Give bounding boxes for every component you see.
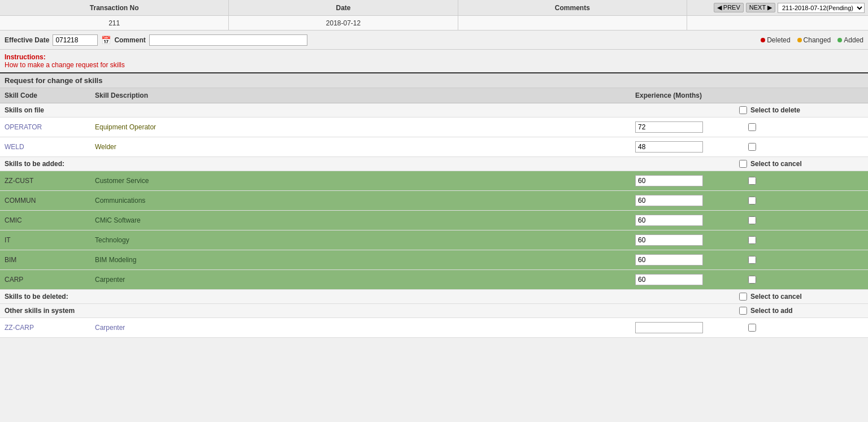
zz-carp-add-checkbox[interactable] [748,324,756,332]
added-label: Added [844,36,863,44]
transaction-select[interactable]: 211-2018-07-12(Pending) [778,3,865,13]
it-exp-input[interactable] [635,234,703,246]
th-experience: Experience (Months) [631,90,744,101]
zz-carp-action [744,323,868,333]
select-to-cancel-add-checkbox[interactable] [739,160,747,168]
skills-on-file-label: Skills on file [5,106,739,114]
select-to-cancel-add-label: Select to cancel [750,160,802,168]
cmic-exp [631,214,744,227]
skills-to-delete-header: Skills to be deleted: Select to cancel [0,290,868,304]
zz-cust-exp [631,174,744,188]
cmic-cancel-checkbox[interactable] [748,216,756,224]
instructions-title: Instructions: [5,53,863,61]
changed-dot [797,38,802,42]
skills-to-delete-label: Skills to be deleted: [5,293,739,301]
operator-code: OPERATOR [0,122,90,132]
transaction-no-header: Transaction No [0,0,229,15]
zz-cust-cancel-checkbox[interactable] [748,177,756,185]
skills-to-delete-action: Select to cancel [739,293,863,301]
skills-on-file-header: Skills on file Select to delete [0,103,868,118]
instructions-link[interactable]: How to make a change request for skills [5,61,125,69]
other-skills-action: Select to add [739,307,863,315]
commun-exp [631,194,744,207]
bim-exp [631,253,744,267]
carp-action [744,275,868,285]
carp-code: CARP [0,275,90,285]
comments-header: Comments [458,0,687,15]
carp-exp [631,273,744,286]
skill-row-carp: CARP Carpenter [0,270,868,290]
comment-input[interactable] [149,34,307,46]
it-action [744,235,868,245]
weld-desc: Welder [90,142,631,152]
carp-exp-input[interactable] [635,274,703,285]
skills-on-file-action: Select to delete [739,106,863,114]
skill-row-bim: BIM BIM Modeling [0,250,868,270]
zz-cust-desc: Customer Service [90,176,631,186]
section-header: Request for change of skills [0,73,868,88]
operator-action [744,122,868,132]
bim-desc: BIM Modeling [90,255,631,265]
top-header: Transaction No Date Comments ◀ PREV NEXT… [0,0,868,16]
it-cancel-checkbox[interactable] [748,236,756,244]
th-action [744,90,868,101]
commun-exp-input[interactable] [635,195,703,206]
bim-action [744,255,868,265]
it-desc: Technology [90,235,631,245]
legend-area: Deleted Changed Added [761,36,863,44]
zz-carp-desc: Carpenter [90,323,631,333]
zz-cust-action [744,176,868,186]
commun-code: COMMUN [0,195,90,206]
commun-cancel-checkbox[interactable] [748,197,756,205]
next-button[interactable]: NEXT ▶ [746,3,775,12]
added-dot [837,38,842,42]
th-skill-desc: Skill Description [90,90,631,101]
operator-exp-input[interactable] [635,121,703,133]
other-skills-header: Other skills in system Select to add [0,304,868,318]
carp-cancel-checkbox[interactable] [748,276,756,284]
cmic-code: CMIC [0,215,90,225]
cmic-exp-input[interactable] [635,215,703,226]
legend-deleted: Deleted [761,36,790,44]
effective-date-label: Effective Date [5,36,49,44]
zz-carp-link[interactable]: ZZ-CARP [5,324,34,332]
select-to-cancel-delete-checkbox[interactable] [739,293,747,301]
bim-exp-input[interactable] [635,254,703,266]
skill-row-weld: WELD Welder [0,137,868,157]
skills-to-add-header: Skills to be added: Select to cancel [0,157,868,171]
operator-delete-checkbox[interactable] [748,123,756,131]
transaction-no-label: Transaction No [90,4,139,12]
carp-desc: Carpenter [90,275,631,285]
date-header: Date [229,0,458,15]
deleted-dot [761,38,765,42]
weld-exp [631,140,744,154]
zz-carp-exp [631,321,744,334]
calendar-icon[interactable]: 📅 [101,36,111,45]
select-to-add-checkbox[interactable] [739,307,747,315]
skill-row-zz-cust: ZZ-CUST Customer Service [0,171,868,191]
bim-cancel-checkbox[interactable] [748,256,756,264]
other-skills-label: Other skills in system [5,307,739,315]
select-to-delete-checkbox[interactable] [739,106,747,114]
cmic-action [744,215,868,225]
effective-date-input[interactable] [53,34,98,46]
skill-row-commun: COMMUN Communications [0,191,868,211]
nav-area: ◀ PREV NEXT ▶ 211-2018-07-12(Pending) [687,3,868,13]
deleted-label: Deleted [767,36,790,44]
it-exp [631,233,744,247]
operator-link[interactable]: OPERATOR [5,123,42,131]
prev-button[interactable]: ◀ PREV [714,3,744,12]
date-label: Date [336,4,350,12]
header-data-row: 211 2018-07-12 [0,16,868,31]
it-code: IT [0,235,90,245]
instructions-section: Instructions: How to make a change reque… [0,50,868,73]
weld-link[interactable]: WELD [5,143,24,151]
zz-cust-exp-input[interactable] [635,175,703,186]
comment-label: Comment [114,36,145,44]
select-to-cancel-delete-label: Select to cancel [750,293,802,301]
zz-carp-exp-input[interactable] [635,322,703,333]
weld-delete-checkbox[interactable] [748,143,756,151]
comments-value [458,16,687,30]
skill-row-zz-carp: ZZ-CARP Carpenter [0,318,868,338]
weld-exp-input[interactable] [635,141,703,153]
